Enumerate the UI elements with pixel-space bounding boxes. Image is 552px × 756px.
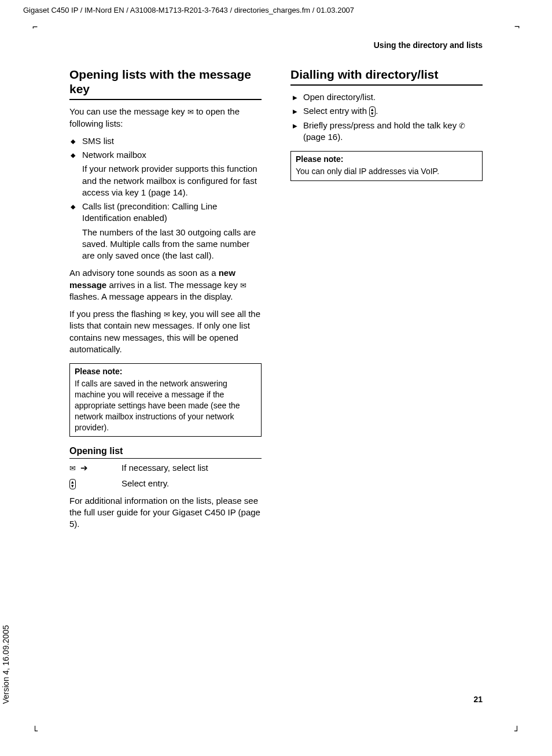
text: (page 16).	[303, 132, 343, 142]
heading-opening-lists: Opening lists with the message key	[69, 67, 262, 100]
envelope-icon	[69, 463, 76, 473]
text: An advisory tone sounds as soon as a	[69, 268, 219, 278]
paragraph: If you press the flashing key, you will …	[69, 308, 262, 355]
content-columns: Opening lists with the message key You c…	[0, 53, 552, 536]
envelope-icon	[240, 280, 246, 290]
list-item: Briefly press/press and hold the talk ke…	[290, 120, 483, 143]
text: Network mailbox	[82, 150, 146, 160]
step-icons: ➔	[69, 462, 122, 474]
list-item: Calls list (precondition: Calling Line I…	[69, 201, 262, 261]
bullet-list: SMS list Network mailbox If your network…	[69, 135, 262, 262]
text: arrives in a list. The message key	[106, 280, 240, 290]
step-row: ▴▾ Select entry.	[69, 478, 262, 489]
note-body: If calls are saved in the network answer…	[75, 378, 256, 433]
text: flashes. A message appears in the displa…	[69, 292, 233, 301]
note-box: Please note: If calls are saved in the n…	[69, 363, 262, 437]
sub-text: If your network provider supports this f…	[82, 163, 262, 198]
heading-opening-list: Opening list	[69, 446, 262, 459]
note-title: Please note:	[296, 154, 477, 165]
crop-mark-bl: └	[32, 726, 38, 736]
text: You can use the message key	[69, 106, 187, 116]
crop-mark-tl: ⌐	[32, 22, 38, 32]
heading-dialling: Dialling with directory/list	[290, 67, 483, 86]
nav-updown-icon: ▴▾	[69, 479, 76, 489]
text: Calls list (precondition: Calling Line I…	[82, 201, 217, 223]
text: Briefly press/press and hold the talk ke…	[303, 120, 459, 130]
step-row: ➔ If necessary, select list	[69, 462, 262, 474]
list-item: SMS list	[69, 135, 262, 147]
nav-updown-icon: ▴▾	[369, 106, 376, 117]
intro-paragraph: You can use the message key to open the …	[69, 106, 262, 130]
left-column: Opening lists with the message key You c…	[69, 67, 262, 536]
crop-mark-tr: ¬	[514, 22, 520, 32]
list-item: Open directory/list.	[290, 91, 483, 103]
version-sidebar: Version 4, 16.09.2005	[1, 625, 10, 704]
doc-header: Gigaset C450 IP / IM-Nord EN / A31008-M1…	[0, 0, 552, 17]
step-text: If necessary, select list	[122, 462, 208, 474]
right-column: Dialling with directory/list Open direct…	[290, 67, 483, 536]
text: If you press the flashing	[69, 309, 164, 319]
paragraph: For additional information on the lists,…	[69, 495, 262, 530]
talk-key-icon	[459, 120, 465, 130]
list-item: Select entry with ▴▾.	[290, 105, 483, 117]
list-item: Network mailbox If your network provider…	[69, 149, 262, 198]
note-title: Please note:	[75, 366, 256, 377]
arrow-list: Open directory/list. Select entry with ▴…	[290, 91, 483, 143]
crop-mark-br: ┘	[514, 726, 520, 736]
sub-text: The numbers of the last 30 outgoing call…	[82, 227, 262, 262]
step-icons: ▴▾	[69, 478, 122, 489]
envelope-icon	[187, 106, 194, 116]
page-number: 21	[473, 695, 483, 704]
paragraph: An advisory tone sounds as soon as a new…	[69, 267, 262, 303]
text: Select entry with	[303, 106, 369, 116]
running-header: Using the directory and lists	[0, 17, 552, 53]
envelope-icon	[164, 309, 170, 319]
note-box: Please note: You can only dial IP addres…	[290, 151, 483, 181]
text: .	[376, 106, 378, 116]
note-body: You can only dial IP addresses via VoIP.	[296, 166, 477, 177]
step-text: Select entry.	[122, 478, 169, 489]
